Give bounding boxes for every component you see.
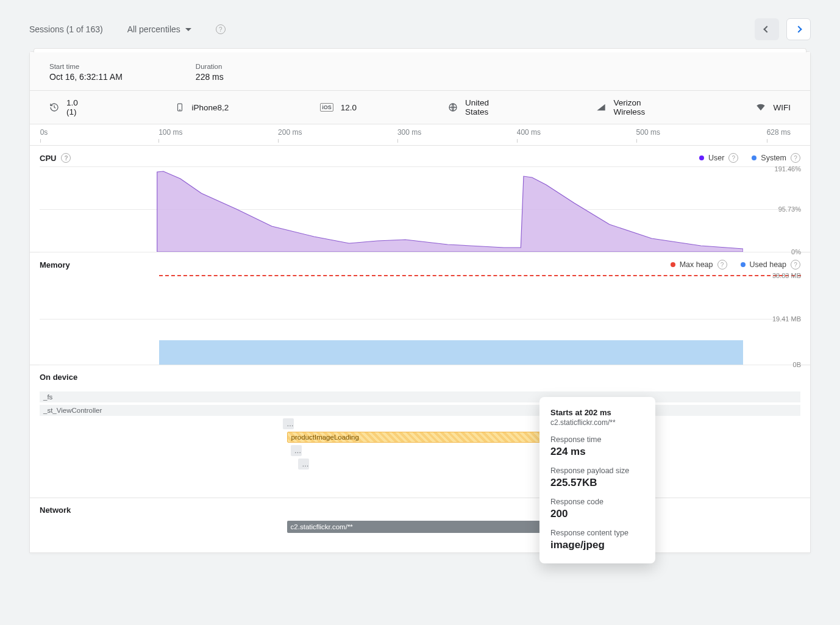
timeline-ruler: 0s 100 ms 200 ms 300 ms 400 ms 500 ms 62… — [30, 124, 810, 145]
trace-row[interactable]: _st_ViewController — [40, 405, 800, 416]
legend-maxheap-label: Max heap — [680, 260, 713, 269]
legend-user-label: User — [708, 154, 724, 162]
trace-row[interactable]: … — [40, 472, 800, 483]
help-icon[interactable]: ? — [791, 153, 800, 163]
memory-title: Memory — [40, 260, 70, 270]
legend-maxheap-dot — [671, 262, 675, 267]
help-icon[interactable]: ? — [717, 260, 727, 270]
signal-icon — [596, 102, 606, 112]
sessions-count: Sessions (1 of 163) — [29, 24, 103, 34]
ondevice-traces: _fs _st_ViewController … productImageLoa… — [30, 385, 810, 498]
chevron-down-icon — [185, 28, 191, 31]
trace-row[interactable]: productImageLoading — [40, 432, 800, 443]
tooltip-ctype-value: image/jpeg — [550, 539, 644, 551]
cpu-chart[interactable]: 191.46% 95.73% 0% — [40, 166, 743, 252]
ruler-tick: 500 ms — [636, 128, 660, 143]
ruler-tick: 300 ms — [397, 128, 421, 143]
memory-chart[interactable]: 38.83 MB 19.41 MB 0B — [40, 273, 743, 365]
tooltip-ctype-label: Response content type — [550, 529, 644, 537]
tooltip-code-value: 200 — [550, 508, 644, 520]
trace-row[interactable]: … — [40, 459, 800, 470]
cpu-title: CPU — [40, 154, 56, 163]
legend-usedheap-dot — [741, 262, 746, 267]
tooltip-resp-time-label: Response time — [550, 435, 644, 444]
session-card: Start time Oct 16, 6:32:11 AM Duration 2… — [29, 51, 811, 553]
network-request-bar[interactable]: c2.staticflickr.com/** — [287, 521, 572, 533]
chevron-right-icon — [795, 26, 802, 32]
start-time-value: Oct 16, 6:32:11 AM — [49, 72, 123, 82]
legend-system-dot — [752, 155, 756, 160]
tooltip-start: Starts at 202 ms — [550, 408, 644, 417]
ruler-tick: 628 ms — [767, 128, 791, 143]
tooltip-url: c2.staticflickr.com/** — [550, 418, 644, 427]
app-version: 1.0 (1) — [49, 98, 84, 116]
trace-product-image-loading[interactable]: productImageLoading — [287, 432, 572, 443]
tooltip-payload-value: 225.57KB — [550, 477, 644, 489]
phone-icon — [176, 102, 184, 112]
trace-row[interactable]: … — [40, 418, 800, 429]
carrier: Verizon Wireless — [596, 98, 663, 116]
used-heap-area — [159, 340, 743, 365]
device-model: iPhone8,2 — [176, 102, 229, 112]
tooltip-code-label: Response code — [550, 498, 644, 506]
os-version: iOS 12.0 — [320, 103, 357, 112]
network-type: WIFI — [755, 102, 791, 112]
prev-session-button[interactable] — [755, 18, 779, 40]
help-icon[interactable]: ? — [216, 24, 226, 34]
next-session-button[interactable] — [786, 18, 811, 40]
duration-label: Duration — [196, 63, 224, 70]
percentile-label: All percentiles — [127, 24, 180, 34]
legend-user-dot — [699, 155, 704, 160]
tooltip-resp-time-value: 224 ms — [550, 446, 644, 458]
country: United States — [448, 98, 505, 116]
network-row[interactable]: c2.staticflickr.com/** — [40, 521, 800, 533]
legend-system-label: System — [761, 154, 786, 162]
cpu-area — [40, 166, 743, 252]
duration-value: 228 ms — [196, 72, 224, 82]
legend-usedheap-label: Used heap — [750, 260, 786, 269]
wifi-icon — [755, 102, 766, 112]
ruler-tick: 400 ms — [517, 128, 541, 143]
network-title: Network — [40, 505, 71, 515]
help-icon[interactable]: ? — [791, 260, 800, 270]
help-icon[interactable]: ? — [61, 153, 71, 163]
globe-icon — [448, 102, 458, 112]
ruler-tick: 100 ms — [158, 128, 182, 143]
chevron-left-icon — [763, 26, 770, 32]
trace-row[interactable]: _fs — [40, 391, 800, 402]
history-icon — [49, 102, 59, 112]
top-bar: Sessions (1 of 163) All percentiles ? — [0, 0, 840, 51]
network-detail-tooltip: Starts at 202 ms c2.staticflickr.com/** … — [539, 397, 655, 563]
ios-icon: iOS — [320, 103, 333, 112]
trace-row[interactable]: … — [40, 445, 800, 456]
percentile-dropdown[interactable]: All percentiles — [127, 24, 191, 34]
ruler-tick: 200 ms — [278, 128, 302, 143]
ondevice-title: On device — [40, 373, 77, 382]
help-icon[interactable]: ? — [728, 153, 738, 163]
start-time-label: Start time — [49, 63, 123, 70]
tooltip-payload-label: Response payload size — [550, 466, 644, 475]
ruler-tick: 0s — [40, 128, 48, 143]
